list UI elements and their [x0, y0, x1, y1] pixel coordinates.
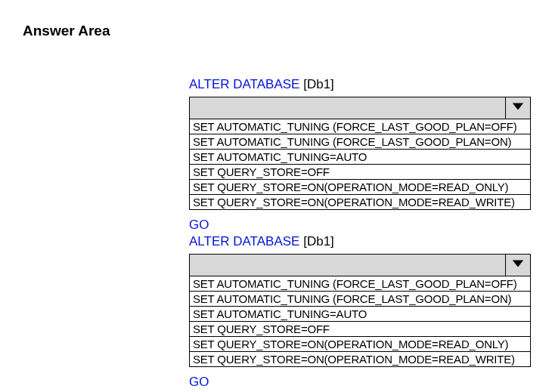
option-item[interactable]: SET AUTOMATIC_TUNING (FORCE_LAST_GOOD_PL… [190, 291, 530, 306]
option-item[interactable]: SET AUTOMATIC_TUNING (FORCE_LAST_GOOD_PL… [190, 119, 530, 134]
chevron-down-icon [511, 101, 525, 115]
dropdown-header-1[interactable] [190, 97, 530, 119]
option-item[interactable]: SET QUERY_STORE=OFF [190, 321, 530, 336]
alter-keyword-1: ALTER DATABASE [189, 77, 299, 91]
db-param-2: [Db1] [303, 234, 334, 248]
alter-database-line-2: ALTER DATABASE [Db1] [189, 234, 532, 249]
dropdown-header-2[interactable] [190, 255, 530, 276]
go-keyword-2: GO [189, 375, 532, 390]
dropdown-1[interactable]: SET AUTOMATIC_TUNING (FORCE_LAST_GOOD_PL… [189, 97, 531, 210]
dropdown-options-1: SET AUTOMATIC_TUNING (FORCE_LAST_GOOD_PL… [190, 119, 530, 209]
go-keyword-1: GO [189, 218, 532, 233]
option-item[interactable]: SET QUERY_STORE=OFF [190, 164, 530, 179]
dropdown-options-2: SET AUTOMATIC_TUNING (FORCE_LAST_GOOD_PL… [190, 276, 530, 366]
chevron-down-icon [511, 258, 525, 272]
dropdown-arrow-1[interactable] [505, 97, 530, 119]
alter-database-line-1: ALTER DATABASE [Db1] [189, 77, 532, 92]
option-item[interactable]: SET QUERY_STORE=ON(OPERATION_MODE=READ_O… [190, 336, 530, 351]
page-title: Answer Area [23, 23, 532, 39]
db-param-1: [Db1] [303, 77, 334, 91]
option-item[interactable]: SET QUERY_STORE=ON(OPERATION_MODE=READ_O… [190, 179, 530, 194]
svg-marker-1 [513, 261, 523, 267]
option-item[interactable]: SET AUTOMATIC_TUNING=AUTO [190, 149, 530, 164]
dropdown-arrow-2[interactable] [505, 255, 530, 276]
svg-marker-0 [513, 103, 523, 110]
dropdown-2[interactable]: SET AUTOMATIC_TUNING (FORCE_LAST_GOOD_PL… [189, 254, 531, 367]
option-item[interactable]: SET AUTOMATIC_TUNING=AUTO [190, 306, 530, 321]
answer-content: ALTER DATABASE [Db1] SET AUTOMATIC_TUNIN… [189, 77, 532, 390]
option-item[interactable]: SET AUTOMATIC_TUNING (FORCE_LAST_GOOD_PL… [190, 134, 530, 149]
option-item[interactable]: SET AUTOMATIC_TUNING (FORCE_LAST_GOOD_PL… [190, 276, 530, 291]
option-item[interactable]: SET QUERY_STORE=ON(OPERATION_MODE=READ_W… [190, 194, 530, 209]
option-item[interactable]: SET QUERY_STORE=ON(OPERATION_MODE=READ_W… [190, 351, 530, 366]
alter-keyword-2: ALTER DATABASE [189, 234, 299, 248]
